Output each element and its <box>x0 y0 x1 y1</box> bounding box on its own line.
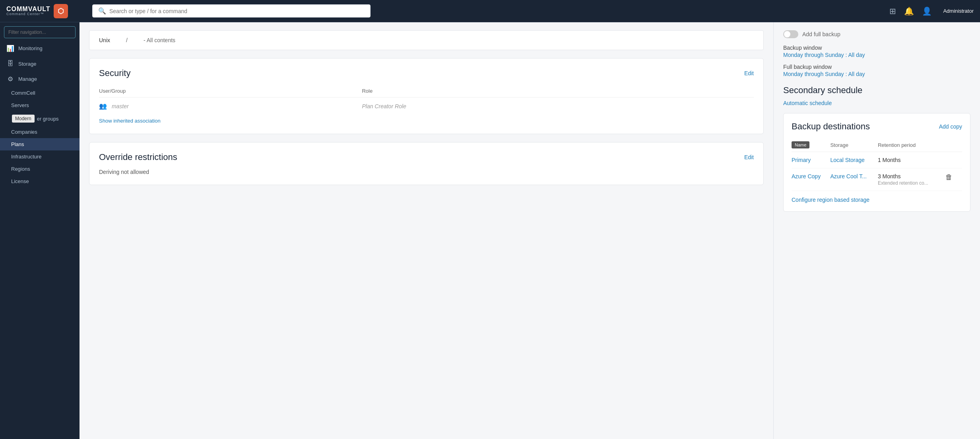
sidebar-item-manage[interactable]: ⚙ Manage <box>0 71 80 87</box>
brand-sub: Command Center™ <box>6 12 50 16</box>
left-panel: Unix / - All contents Security Edit User… <box>80 22 773 439</box>
manage-icon: ⚙ <box>6 75 14 83</box>
add-copy-button[interactable]: Add copy <box>939 123 962 130</box>
retention-primary: 1 Months <box>878 157 939 163</box>
table-row: Primary Local Storage 1 Months <box>792 152 962 168</box>
sidebar-label-companies: Companies <box>11 129 37 135</box>
name-tooltip-badge: Name <box>792 141 809 148</box>
sidebar-item-server-groups[interactable]: Modern er groups <box>0 111 80 126</box>
security-card: Security Edit User/Group Role 👥 <box>89 58 764 134</box>
backup-window-label: Backup window <box>783 45 970 51</box>
dest-col-storage: Storage <box>830 138 877 152</box>
secondary-schedule-title: Secondary schedule <box>783 85 970 96</box>
backup-toggle-row: Add full backup <box>783 30 970 38</box>
sidebar-label-manage: Manage <box>18 76 37 82</box>
auto-schedule-link[interactable]: Automatic schedule <box>783 100 832 106</box>
unix-row: Unix / - All contents <box>89 30 764 50</box>
unix-separator: / <box>126 37 128 43</box>
full-backup-window-label: Full backup window <box>783 64 970 70</box>
backup-destinations-card: Backup destinations Add copy Name Storag… <box>783 113 970 212</box>
modern-tooltip: Modern <box>12 115 35 123</box>
dest-col-name: Name <box>792 138 830 152</box>
sidebar: 📊 Monitoring 🗄 Storage ⚙ Manage CommCell… <box>0 22 80 439</box>
sidebar-item-plans[interactable]: Plans <box>0 138 80 150</box>
dest-name-primary[interactable]: Primary <box>792 157 811 163</box>
toggle-track <box>783 30 798 38</box>
override-edit-button[interactable]: Edit <box>744 154 754 160</box>
sidebar-item-commcell[interactable]: CommCell <box>0 87 80 99</box>
col-role: Role <box>362 85 754 98</box>
topbar: COMMVAULT Command Center™ ⬡ 🔍 ⊞ 🔔 👤 Admi… <box>0 0 980 22</box>
sidebar-item-servers[interactable]: Servers <box>0 99 80 111</box>
search-icon: 🔍 <box>98 7 106 15</box>
retention-sub-azure: Extended retention co... <box>878 180 939 186</box>
storage-icon: 🗄 <box>6 60 14 67</box>
sidebar-label-license: License <box>11 178 29 184</box>
unix-label: Unix <box>99 37 110 43</box>
user-group-icon: 👥 <box>99 103 107 109</box>
avatar-icon[interactable]: 👤 <box>922 6 932 16</box>
security-title: Security <box>99 68 130 78</box>
sidebar-label-commcell: CommCell <box>11 90 35 96</box>
sidebar-item-companies[interactable]: Companies <box>0 126 80 138</box>
bell-icon[interactable]: 🔔 <box>904 6 914 16</box>
security-role: Plan Creator Role <box>362 98 754 115</box>
logo-icon: ⬡ <box>54 4 68 18</box>
add-full-backup-toggle[interactable] <box>783 30 798 38</box>
monitoring-icon: 📊 <box>6 45 14 52</box>
sidebar-item-license[interactable]: License <box>0 175 80 187</box>
search-bar[interactable]: 🔍 <box>92 4 371 18</box>
security-row: 👥 master Plan Creator Role <box>99 98 754 115</box>
toggle-thumb <box>784 31 790 37</box>
backup-window-item: Backup window Monday through Sunday : Al… <box>783 45 970 58</box>
table-row: Azure Copy Azure Cool T... 3 Months Exte… <box>792 168 962 191</box>
destinations-title: Backup destinations <box>792 121 870 132</box>
topbar-right: ⊞ 🔔 👤 Administrator <box>889 6 974 16</box>
full-backup-window-value[interactable]: Monday through Sunday : All day <box>783 71 970 77</box>
security-edit-button[interactable]: Edit <box>744 70 754 76</box>
sidebar-label-storage: Storage <box>18 61 37 67</box>
sidebar-label-infrastructure: Infrastructure <box>11 154 42 160</box>
sidebar-item-regions[interactable]: Regions <box>0 163 80 175</box>
override-header: Override restrictions Edit <box>99 152 754 162</box>
sidebar-item-storage[interactable]: 🗄 Storage <box>0 56 80 71</box>
sidebar-label-server-groups: er groups <box>37 116 59 122</box>
main-content: Unix / - All contents Security Edit User… <box>80 22 980 439</box>
override-title: Override restrictions <box>99 152 177 162</box>
delete-azure-button[interactable]: 🗑 <box>942 172 956 183</box>
sidebar-label-regions: Regions <box>11 166 30 172</box>
dest-col-retention: Retention period <box>878 138 942 152</box>
unix-path: - All contents <box>144 37 175 43</box>
sidebar-filter-input[interactable] <box>4 26 76 38</box>
dest-name-azure[interactable]: Azure Copy <box>792 173 821 180</box>
security-header: Security Edit <box>99 68 754 78</box>
admin-label: Administrator <box>943 8 974 14</box>
configure-region-storage-link[interactable]: Configure region based storage <box>792 197 869 203</box>
dest-col-actions <box>942 138 962 152</box>
secondary-schedule-section: Secondary schedule Automatic schedule <box>783 85 970 107</box>
sidebar-label-plans: Plans <box>11 141 24 147</box>
right-panel: Add full backup Backup window Monday thr… <box>773 22 980 439</box>
search-input[interactable] <box>109 8 365 14</box>
dest-storage-azure[interactable]: Azure Cool T... <box>830 173 867 180</box>
show-inherited-link[interactable]: Show inherited association <box>99 118 161 124</box>
sidebar-label-monitoring: Monitoring <box>18 45 43 51</box>
destinations-table: Name Storage Retention period Primary <box>792 138 962 191</box>
brand-name: COMMVAULT <box>6 6 50 13</box>
dest-storage-primary[interactable]: Local Storage <box>830 157 864 163</box>
retention-azure: 3 Months <box>878 173 939 180</box>
security-user: 👥 master <box>99 98 362 115</box>
user-name: master <box>112 103 129 109</box>
sidebar-item-monitoring[interactable]: 📊 Monitoring <box>0 41 80 56</box>
destinations-header: Backup destinations Add copy <box>792 121 962 132</box>
override-text: Deriving not allowed <box>99 169 754 175</box>
full-backup-window-item: Full backup window Monday through Sunday… <box>783 64 970 77</box>
main-layout: 📊 Monitoring 🗄 Storage ⚙ Manage CommCell… <box>0 22 980 439</box>
add-full-backup-label: Add full backup <box>802 31 840 37</box>
col-user-group: User/Group <box>99 85 362 98</box>
grid-icon[interactable]: ⊞ <box>889 6 896 16</box>
sidebar-item-infrastructure[interactable]: Infrastructure <box>0 150 80 163</box>
backup-window-value[interactable]: Monday through Sunday : All day <box>783 52 970 58</box>
sidebar-label-servers: Servers <box>11 102 29 108</box>
security-table: User/Group Role 👥 master Plan Creator Ro… <box>99 85 754 115</box>
